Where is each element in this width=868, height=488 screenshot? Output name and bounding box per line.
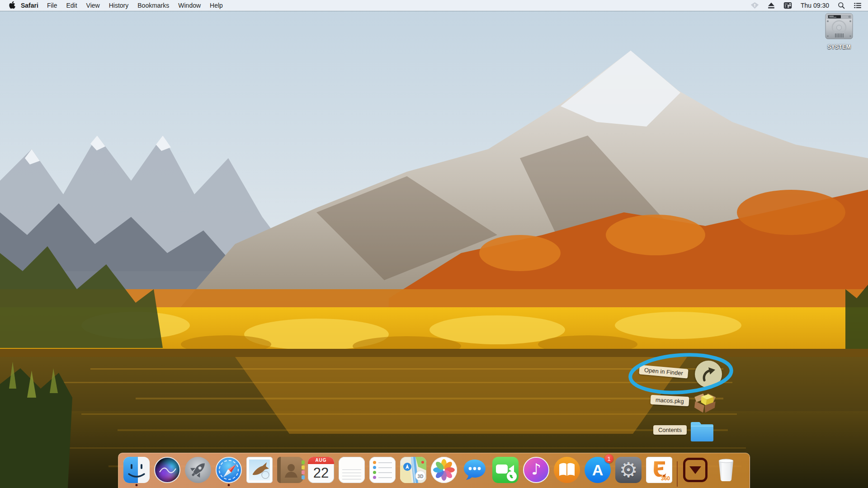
- trash-icon: [713, 457, 739, 483]
- menu-history[interactable]: History: [104, 2, 133, 9]
- dock-item-launchpad[interactable]: [185, 457, 211, 487]
- spotlight-icon[interactable]: [838, 2, 845, 9]
- maps-3d-badge: 3D: [418, 474, 424, 479]
- photos-icon: [431, 457, 457, 483]
- blue-folder-icon[interactable]: [689, 419, 715, 446]
- dock-item-photos[interactable]: [431, 457, 457, 487]
- mail-icon: [246, 457, 273, 483]
- dock-item-books[interactable]: [554, 457, 580, 487]
- dock-item-app-store[interactable]: A 1: [585, 457, 611, 487]
- dock-item-facetime[interactable]: [492, 457, 519, 487]
- curved-arrow-icon: [699, 365, 718, 384]
- facetime-icon: [492, 457, 519, 483]
- notes-icon: [339, 457, 365, 483]
- menu-bar-left: Safari File Edit View History Bookmarks …: [6, 1, 227, 9]
- launchpad-icon: [185, 457, 211, 483]
- calendar-icon: AUG 22: [308, 457, 334, 483]
- dock-item-contacts[interactable]: [277, 457, 303, 487]
- dock-item-fusion-360[interactable]: 360: [646, 457, 672, 487]
- dock: AUG 22: [118, 453, 750, 488]
- active-app-menu[interactable]: Safari: [21, 2, 38, 9]
- contacts-icon: [277, 457, 303, 483]
- dock-item-finder[interactable]: [123, 457, 150, 487]
- stack-triangle-icon: [689, 466, 701, 474]
- dock-item-trash[interactable]: [713, 457, 739, 487]
- dock-item-safari[interactable]: [216, 457, 242, 487]
- menu-help[interactable]: Help: [205, 2, 227, 9]
- apple-menu[interactable]: [6, 1, 18, 9]
- messages-icon: [462, 457, 488, 483]
- maps-icon: 3D: [400, 457, 426, 483]
- menu-view[interactable]: View: [82, 2, 104, 9]
- fan-item-open-in-finder[interactable]: Open in Finder: [639, 365, 688, 378]
- dock-item-messages[interactable]: [462, 457, 488, 487]
- eject-icon[interactable]: [768, 2, 775, 9]
- package-icon[interactable]: [691, 389, 718, 418]
- fusion-360-icon: 360: [646, 457, 672, 483]
- dock-row: AUG 22: [118, 453, 750, 487]
- dock-item-calendar[interactable]: AUG 22: [308, 457, 334, 487]
- reminders-icon: [369, 457, 396, 483]
- menu-bar-clock[interactable]: Thu 09:30: [801, 2, 829, 9]
- fan-item-macos-pkg[interactable]: macos.pkg: [651, 395, 689, 406]
- apple-logo-icon: [9, 1, 16, 9]
- menu-window[interactable]: Window: [174, 2, 205, 9]
- open-stack-icon: [683, 458, 708, 482]
- fan-item-contents[interactable]: Contents: [653, 425, 687, 435]
- fusion-360-label: 360: [661, 475, 670, 482]
- running-indicator: [228, 484, 230, 486]
- menu-file[interactable]: File: [42, 2, 62, 9]
- app-store-badge: 1: [604, 454, 613, 463]
- dock-stack-fan: Open in Finder macos.pkg Cont: [0, 0, 868, 488]
- input-grid-icon[interactable]: [783, 2, 792, 9]
- open-in-finder-button[interactable]: [695, 361, 722, 388]
- siri-icon: [154, 457, 180, 483]
- menu-bookmarks[interactable]: Bookmarks: [133, 2, 174, 9]
- menu-bar-status: Thu 09:30: [750, 2, 862, 9]
- safari-icon: [216, 457, 242, 483]
- dock-divider: [677, 461, 678, 487]
- books-icon: [554, 457, 580, 483]
- dock-item-siri[interactable]: [154, 457, 180, 487]
- dock-item-itunes[interactable]: ♪: [523, 457, 549, 487]
- system-preferences-icon: ⚙: [615, 457, 642, 483]
- finder-icon: [123, 457, 150, 483]
- calendar-day: 22: [308, 464, 334, 482]
- desktop-screen: Safari File Edit View History Bookmarks …: [0, 0, 868, 488]
- dock-item-downloads-stack[interactable]: [682, 457, 708, 487]
- notification-list-icon[interactable]: [854, 2, 862, 9]
- dock-item-mail[interactable]: [246, 457, 273, 487]
- dock-item-reminders[interactable]: [369, 457, 396, 487]
- dock-item-maps[interactable]: 3D: [400, 457, 426, 487]
- dock-item-notes[interactable]: [339, 457, 365, 487]
- menu-bar: Safari File Edit View History Bookmarks …: [0, 0, 868, 11]
- diamond-sync-icon[interactable]: [750, 2, 759, 9]
- calendar-month: AUG: [308, 457, 334, 464]
- menu-edit[interactable]: Edit: [61, 2, 81, 9]
- dock-item-system-preferences[interactable]: ⚙: [615, 457, 642, 487]
- itunes-icon: ♪: [523, 457, 549, 483]
- running-indicator: [136, 484, 138, 486]
